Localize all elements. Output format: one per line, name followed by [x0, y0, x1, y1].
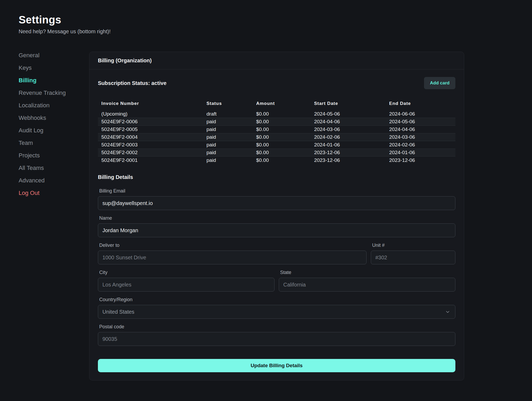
invoice-cell: 2023-12-06	[386, 157, 455, 164]
postal-code-field-group: Postal code	[98, 324, 455, 346]
invoice-cell: 2024-05-06	[386, 118, 455, 126]
city-state-row: City State	[98, 270, 455, 292]
sidebar-item-all-teams[interactable]: All Teams	[19, 165, 44, 171]
panel-body: Subscription Status: active Add card Inv…	[89, 69, 464, 380]
add-card-button[interactable]: Add card	[424, 77, 455, 89]
invoice-cell: 5024E9F2-0005	[98, 126, 203, 133]
invoice-cell: 2024-02-06	[311, 133, 386, 141]
invoice-row: 5024E9F2-0003paid$0.002024-01-062024-02-…	[98, 141, 455, 149]
invoice-column-header: Status	[203, 100, 253, 110]
invoice-cell: 2024-01-06	[386, 149, 455, 157]
billing-details-heading: Billing Details	[98, 174, 455, 180]
billing-email-input[interactable]	[98, 196, 455, 210]
sidebar-item-revenue-tracking[interactable]: Revenue Tracking	[19, 90, 66, 96]
invoice-cell: paid	[203, 118, 253, 126]
invoice-cell: $0.00	[253, 157, 311, 164]
deliver-to-label: Deliver to	[98, 243, 367, 248]
invoice-cell: 2024-04-06	[386, 126, 455, 133]
invoice-cell: paid	[203, 141, 253, 149]
sidebar-item-audit-log[interactable]: Audit Log	[19, 127, 43, 134]
invoice-cell: paid	[203, 157, 253, 164]
country-select[interactable]: United States	[98, 305, 455, 319]
state-field-group: State	[279, 270, 455, 292]
invoice-table-head: Invoice NumberStatusAmountStart DateEnd …	[98, 100, 455, 110]
state-input[interactable]	[279, 278, 455, 292]
sidebar-item-log-out[interactable]: Log Out	[19, 190, 39, 196]
billing-email-label: Billing Email	[98, 188, 455, 194]
invoice-cell: $0.00	[253, 149, 311, 157]
page-title: Settings	[19, 14, 513, 26]
country-select-value: United States	[102, 309, 134, 315]
content-row: GeneralKeysBillingRevenue TrackingLocali…	[19, 52, 513, 380]
invoice-row: 5024E9F2-0002paid$0.002023-12-062024-01-…	[98, 149, 455, 157]
invoice-cell: 2023-12-06	[311, 149, 386, 157]
sidebar-item-team[interactable]: Team	[19, 140, 33, 146]
chevron-down-icon	[446, 310, 450, 314]
invoice-cell: 5024E9F2-0004	[98, 133, 203, 141]
invoice-cell: 5024E9F2-0002	[98, 149, 203, 157]
invoice-row: (Upcoming)draft$0.002024-05-062024-06-06	[98, 110, 455, 118]
billing-email-field-group: Billing Email	[98, 188, 455, 210]
invoice-row: 5024E9F2-0006paid$0.002024-04-062024-05-…	[98, 118, 455, 126]
invoice-row: 5024E9F2-0001paid$0.002023-12-062023-12-…	[98, 157, 455, 164]
invoice-column-header: Amount	[253, 100, 311, 110]
invoice-cell: $0.00	[253, 126, 311, 133]
subscription-status: Subscription Status: active	[98, 80, 167, 86]
postal-code-input[interactable]	[98, 332, 455, 346]
invoice-cell: 2024-01-06	[311, 141, 386, 149]
invoice-cell: 2024-03-06	[311, 126, 386, 133]
invoice-column-header: Start Date	[311, 100, 386, 110]
invoice-cell: draft	[203, 110, 253, 118]
sidebar-item-billing[interactable]: Billing	[19, 77, 36, 84]
invoice-table-body: (Upcoming)draft$0.002024-05-062024-06-06…	[98, 110, 455, 164]
invoice-column-header: End Date	[386, 100, 455, 110]
invoice-cell: $0.00	[253, 133, 311, 141]
invoice-row: 5024E9F2-0005paid$0.002024-03-062024-04-…	[98, 126, 455, 133]
unit-input[interactable]	[371, 251, 455, 264]
invoice-cell: paid	[203, 133, 253, 141]
update-billing-details-button[interactable]: Update Billing Details	[98, 359, 455, 372]
settings-page: Settings Need help? Message us (bottom r…	[0, 0, 532, 380]
sidebar-item-advanced[interactable]: Advanced	[19, 177, 45, 184]
name-label: Name	[98, 215, 455, 221]
sidebar-item-webhooks[interactable]: Webhooks	[19, 115, 46, 121]
invoice-table: Invoice NumberStatusAmountStart DateEnd …	[98, 100, 455, 164]
invoice-cell: 5024E9F2-0001	[98, 157, 203, 164]
invoice-header-row: Invoice NumberStatusAmountStart DateEnd …	[98, 100, 455, 110]
unit-field-group: Unit #	[371, 243, 455, 264]
invoice-cell: paid	[203, 149, 253, 157]
name-input[interactable]	[98, 223, 455, 237]
invoice-cell: 2024-05-06	[311, 110, 386, 118]
sidebar-item-keys[interactable]: Keys	[19, 65, 32, 71]
settings-sidebar: GeneralKeysBillingRevenue TrackingLocali…	[19, 52, 89, 202]
city-input[interactable]	[98, 278, 275, 292]
sidebar-item-projects[interactable]: Projects	[19, 152, 40, 159]
address-field-row: Deliver to Unit #	[98, 243, 455, 264]
invoice-column-header: Invoice Number	[98, 100, 203, 110]
invoice-row: 5024E9F2-0004paid$0.002024-02-062024-03-…	[98, 133, 455, 141]
invoice-cell: 2024-03-06	[386, 133, 455, 141]
invoice-cell: paid	[203, 126, 253, 133]
invoice-cell: 2024-06-06	[386, 110, 455, 118]
subscription-row: Subscription Status: active Add card	[98, 77, 455, 89]
deliver-to-field-group: Deliver to	[98, 243, 367, 264]
invoice-cell: 2023-12-06	[311, 157, 386, 164]
invoice-cell: 5024E9F2-0006	[98, 118, 203, 126]
deliver-to-input[interactable]	[98, 251, 367, 264]
postal-code-label: Postal code	[98, 324, 455, 330]
name-field-group: Name	[98, 215, 455, 237]
city-field-group: City	[98, 270, 275, 292]
panel-header: Billing (Organization)	[89, 52, 464, 69]
invoice-cell: 5024E9F2-0003	[98, 141, 203, 149]
invoice-cell: $0.00	[253, 118, 311, 126]
billing-details-form: Billing Email Name Deliver to Unit	[98, 188, 455, 372]
sidebar-item-general[interactable]: General	[19, 52, 39, 59]
city-label: City	[98, 270, 275, 275]
billing-panel: Billing (Organization) Subscription Stat…	[89, 52, 464, 380]
invoice-cell: 2024-04-06	[311, 118, 386, 126]
country-field-group: Country/Region United States	[98, 297, 455, 319]
country-label: Country/Region	[98, 297, 455, 302]
unit-label: Unit #	[371, 243, 455, 248]
sidebar-item-localization[interactable]: Localization	[19, 102, 49, 109]
invoice-cell: $0.00	[253, 110, 311, 118]
